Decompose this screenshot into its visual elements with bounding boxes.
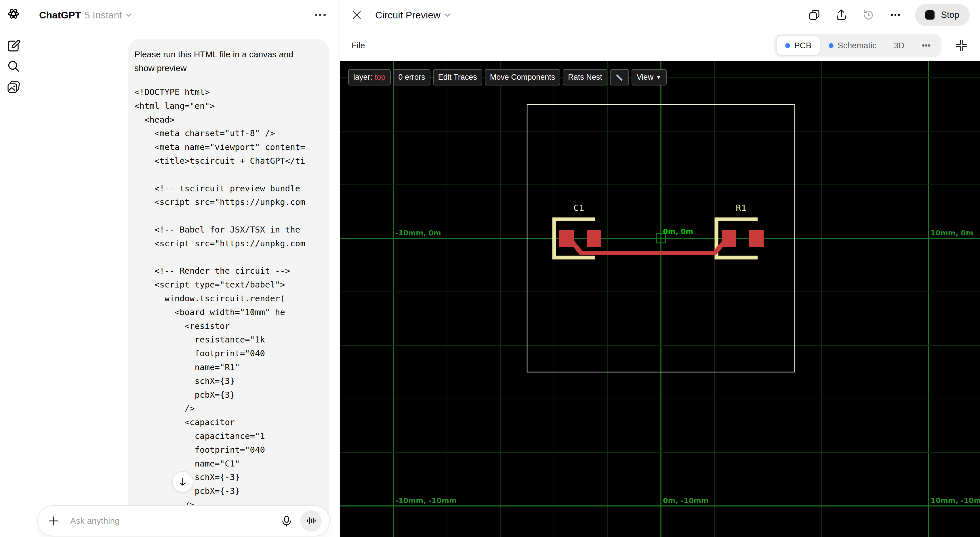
chat-panel: ChatGPT 5 Instant Please run this HTML f…	[28, 0, 339, 537]
history-icon[interactable]	[862, 9, 875, 21]
pencil-icon	[615, 73, 624, 82]
layer-value: top	[375, 73, 385, 82]
conversation-menu-button[interactable]	[312, 11, 328, 18]
chevron-down-icon[interactable]	[443, 11, 452, 19]
left-sidebar	[0, 0, 27, 537]
schematic-dot	[829, 43, 834, 48]
openai-logo-icon[interactable]	[6, 6, 21, 21]
pcb-toolbar: layer: top 0 errors Edit Traces Move Com…	[348, 69, 667, 86]
arrow-down-icon	[178, 477, 188, 487]
canvas-menubar: File PCB Schematic 3D •••	[340, 30, 980, 61]
user-message-text: Please run this HTML file in a canvas an…	[128, 39, 329, 75]
svg-text:0m, 0m: 0m, 0m	[663, 227, 693, 236]
pcb-active-dot	[785, 43, 790, 48]
svg-text:10mm, 0m: 10mm, 0m	[931, 229, 974, 237]
openai-logo	[6, 6, 21, 21]
chevron-down-icon	[125, 11, 132, 19]
model-name[interactable]: 5 Instant	[84, 10, 122, 21]
svg-text:0m, -10mm: 0m, -10mm	[663, 496, 709, 505]
canvas-header: Circuit Preview	[340, 0, 980, 30]
layer-button[interactable]: layer: top	[348, 69, 391, 86]
scroll-to-bottom-button[interactable]	[172, 471, 193, 492]
tab-more[interactable]: •••	[913, 36, 939, 55]
canvas-actions	[808, 9, 902, 21]
more-options-icon[interactable]	[889, 9, 902, 21]
svg-text:-10mm, -10mm: -10mm, -10mm	[395, 496, 457, 505]
pencil-tool-button[interactable]	[610, 69, 629, 86]
view-menu-button[interactable]: View ▼	[632, 69, 667, 86]
tab-3d[interactable]: 3D	[885, 36, 913, 55]
pcb-canvas[interactable]: C1 R1 -10mm, 0m0m, 0m10mm, 0m-10mm, -10m…	[340, 61, 980, 537]
canvas-panel: Circuit Preview	[339, 0, 980, 537]
canvas-title[interactable]: Circuit Preview	[375, 10, 441, 21]
library-icon[interactable]	[6, 80, 21, 94]
new-chat-icon[interactable]	[6, 38, 21, 54]
share-icon[interactable]	[835, 9, 848, 21]
user-message-code: <!DOCTYPE html><html lang="en"> <head> <…	[128, 86, 329, 512]
chat-composer[interactable]: Ask anything	[37, 505, 330, 536]
close-icon	[352, 10, 362, 20]
dictate-mic-button[interactable]	[280, 515, 293, 527]
app-window: ChatGPT 5 Instant Please run this HTML f…	[0, 0, 980, 537]
edit-traces-button[interactable]: Edit Traces	[433, 69, 482, 86]
close-canvas-button[interactable]	[350, 9, 363, 21]
attach-plus-button[interactable]	[48, 515, 59, 527]
view-tabs: PCB Schematic 3D •••	[774, 33, 942, 57]
waveform-icon	[305, 515, 317, 527]
voice-mode-button[interactable]	[301, 510, 322, 532]
stop-square-icon	[925, 10, 935, 19]
chat-header: ChatGPT 5 Instant	[28, 0, 339, 30]
tab-pcb[interactable]: PCB	[776, 36, 820, 55]
pcb-viewport[interactable]: layer: top 0 errors Edit Traces Move Com…	[340, 61, 980, 537]
svg-text:10mm, -10mm: 10mm, -10mm	[931, 496, 980, 505]
rats-nest-button[interactable]: Rats Nest	[563, 69, 608, 86]
search-icon[interactable]	[6, 59, 21, 74]
stop-button[interactable]: Stop	[915, 4, 970, 26]
file-menu[interactable]: File	[352, 41, 365, 50]
collapse-canvas-icon[interactable]	[955, 38, 969, 53]
view-caret: ▼	[656, 74, 662, 81]
svg-text:-10mm, 0m: -10mm, 0m	[395, 229, 441, 237]
c1-label: C1	[573, 202, 584, 213]
tab-schematic[interactable]: Schematic	[820, 36, 885, 55]
composer-input[interactable]: Ask anything	[70, 516, 280, 526]
r1-pad-2[interactable]	[749, 229, 764, 247]
r1-label: R1	[736, 202, 746, 213]
user-message-bubble: Please run this HTML file in a canvas an…	[128, 39, 329, 523]
move-components-button[interactable]: Move Components	[485, 69, 560, 86]
copy-icon[interactable]	[808, 9, 821, 21]
grid-coordinate-labels: -10mm, 0m0m, 0m10mm, 0m-10mm, -10mm0m, -…	[395, 227, 980, 505]
app-title[interactable]: ChatGPT	[39, 10, 81, 21]
errors-button[interactable]: 0 errors	[393, 69, 430, 86]
pcb-grid	[340, 61, 980, 537]
c1-pad-2[interactable]	[587, 229, 601, 247]
